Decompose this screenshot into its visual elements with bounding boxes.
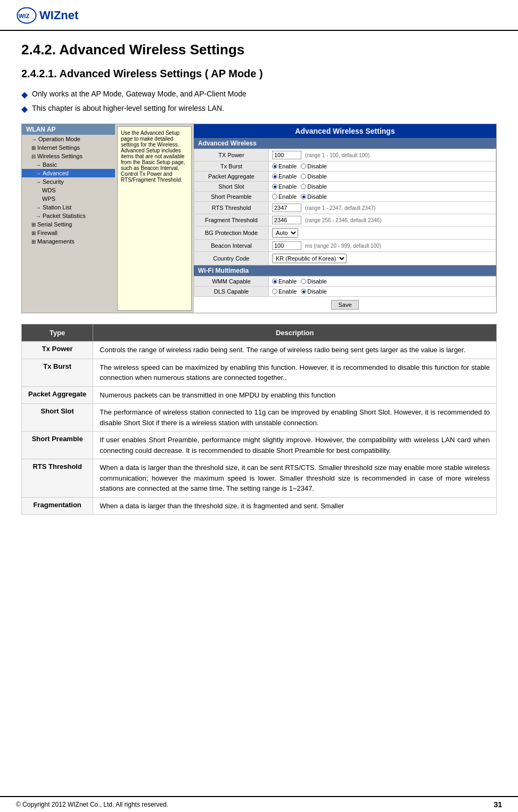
field-value: ms (range 20 - 999, default 100)	[269, 240, 496, 252]
rts-threshold-input[interactable]	[272, 204, 301, 212]
tooltip-text: Use the Advanced Setup page to make deta…	[121, 130, 185, 183]
tx-burst-enable[interactable]: Enable	[272, 163, 297, 169]
tx-power-hint: (range 1 - 100, default 100)	[305, 152, 369, 158]
sidebar-label: Security	[43, 178, 64, 185]
arrow-icon: →	[36, 213, 41, 219]
field-label: Tx Burst	[194, 161, 269, 172]
col-desc-header: Description	[93, 324, 497, 342]
field-label: Packet Aggregate	[194, 172, 269, 182]
sidebar-item-station-list[interactable]: → Station List	[22, 203, 115, 212]
sidebar-item-packet-stats[interactable]: → Packet Statistics	[22, 212, 115, 220]
dls-capable-radio-group: Enable Disable	[272, 288, 492, 295]
sidebar-item-internet-settings[interactable]: ⊞ Internet Settings	[22, 143, 115, 152]
packet-agg-enable[interactable]: Enable	[272, 173, 297, 180]
advanced-wireless-header: Advanced Wireless	[194, 138, 496, 149]
desc-cell: Controls the range of wireless radio bei…	[93, 342, 497, 359]
field-value: Enable Disable	[269, 277, 496, 287]
radio-checked-icon	[272, 174, 277, 179]
tx-burst-disable[interactable]: Disable	[301, 163, 327, 169]
field-value: Enable Disable	[269, 287, 496, 297]
sidebar-label: Wireless Settings	[37, 153, 83, 159]
sidebar-item-wps[interactable]: WPS	[22, 194, 115, 203]
sidebar-item-wds[interactable]: WDS	[22, 186, 115, 194]
desc-cell: If user enables Short Preamble, performa…	[93, 432, 497, 459]
wiznet-logo-icon: WIZ	[16, 5, 37, 26]
bullet-2: ◆ This chapter is about higher-level set…	[21, 104, 497, 114]
radio-checked-icon	[272, 184, 277, 189]
save-button[interactable]: Save	[331, 300, 358, 310]
beacon-interval-input[interactable]	[272, 241, 301, 250]
sidebar-item-operation-mode[interactable]: → Operation Mode	[22, 135, 115, 143]
tx-power-input[interactable]	[272, 151, 301, 159]
short-preamble-disable[interactable]: Disable	[301, 193, 327, 200]
svg-text:WIZ: WIZ	[19, 13, 30, 19]
packet-agg-radio-group: Enable Disable	[272, 173, 492, 180]
radio-unchecked-icon	[301, 164, 306, 169]
bullet-diamond-2: ◆	[21, 104, 28, 114]
section-title: 2.4.2. Advanced Wireless Settings	[21, 42, 497, 58]
table-row: TX Power (range 1 - 100, default 100)	[194, 149, 496, 161]
sidebar-label: Packet Statistics	[43, 213, 86, 219]
sidebar-item-advanced[interactable]: → Advanced	[22, 169, 115, 177]
field-value: (range 256 - 2346, default 2346)	[269, 214, 496, 226]
settings-table: TX Power (range 1 - 100, default 100) Tx…	[194, 149, 496, 265]
dls-disable[interactable]: Disable	[301, 288, 327, 295]
field-label: Country Code	[194, 252, 269, 265]
bullet-2-text: This chapter is about higher-level setti…	[32, 104, 224, 112]
table-row: Packet Aggregate Enable Disable	[194, 172, 496, 182]
bg-protection-select[interactable]: Auto	[272, 228, 298, 238]
table-row: Short Slot Enable Disable	[194, 182, 496, 192]
rts-threshold-hint: (range 1 - 2347, default 2347)	[305, 205, 375, 211]
radio-unchecked-icon	[272, 194, 277, 199]
sidebar-item-security[interactable]: → Security	[22, 177, 115, 186]
field-label: RTS Threshold	[194, 202, 269, 214]
short-preamble-enable[interactable]: Enable	[272, 193, 297, 200]
arrow-icon: →	[36, 170, 41, 176]
dls-enable[interactable]: Enable	[272, 288, 297, 295]
arrow-icon: →	[36, 205, 41, 210]
logo-text: WIZnet	[39, 9, 78, 22]
desc-cell: When a data is larger than the threshold…	[93, 497, 497, 515]
country-code-select[interactable]: KR (Republic of Korea)	[272, 254, 347, 263]
table-row: Short PreambleIf user enables Short Prea…	[22, 432, 497, 459]
sidebar-item-basic[interactable]: → Basic	[22, 160, 115, 169]
type-cell: Tx Burst	[22, 359, 93, 386]
plus-icon: ⊞	[31, 230, 36, 236]
main-content: 2.4.2. Advanced Wireless Settings 2.4.2.…	[0, 31, 518, 525]
sidebar-label: Basic	[43, 161, 57, 168]
sidebar-item-managements[interactable]: ⊞ Managements	[22, 237, 115, 246]
type-cell: Short Preamble	[22, 432, 93, 459]
table-row: Country Code KR (Republic of Korea)	[194, 252, 496, 265]
sidebar-label: Station List	[43, 204, 71, 210]
table-row: Fragment Threshold (range 256 - 2346, de…	[194, 214, 496, 226]
sidebar-item-wireless-settings[interactable]: ⊟ Wireless Settings	[22, 152, 115, 160]
table-row: Short SlotThe performance of wireless st…	[22, 404, 497, 432]
desc-cell: The performance of wireless station conn…	[93, 404, 497, 432]
sidebar-label: Internet Settings	[37, 144, 80, 151]
field-label: DLS Capable	[194, 287, 269, 297]
bullet-diamond-1: ◆	[21, 90, 28, 100]
packet-agg-disable[interactable]: Disable	[301, 173, 327, 180]
short-slot-enable[interactable]: Enable	[272, 183, 297, 190]
field-value: Enable Disable	[269, 172, 496, 182]
short-slot-disable[interactable]: Disable	[301, 183, 327, 190]
field-value: (range 1 - 2347, default 2347)	[269, 202, 496, 214]
beacon-interval-hint: ms (range 20 - 999, default 100)	[305, 243, 381, 249]
wmm-disable[interactable]: Disable	[301, 278, 327, 285]
plus-icon: ⊞	[31, 222, 36, 228]
page-header: WIZ WIZnet	[0, 0, 518, 31]
page-number: 31	[494, 800, 502, 809]
short-preamble-radio-group: Enable Disable	[272, 193, 492, 200]
minus-icon: ⊟	[31, 153, 36, 159]
table-row: Beacon Interval ms (range 20 - 999, defa…	[194, 240, 496, 252]
sidebar-item-serial-setting[interactable]: ⊞ Serial Setting	[22, 220, 115, 229]
field-label: Fragment Threshold	[194, 214, 269, 226]
wmm-enable[interactable]: Enable	[272, 278, 297, 285]
radio-unchecked-icon	[272, 289, 277, 294]
fragment-threshold-input[interactable]	[272, 216, 301, 224]
wifi-multimedia-header: Wi-Fi Multimedia	[194, 265, 496, 276]
table-row: Tx BurstThe wireless speed can be maximi…	[22, 359, 497, 386]
sidebar-item-firewall[interactable]: ⊞ Firewall	[22, 229, 115, 237]
sidebar-label: WPS	[36, 196, 55, 202]
radio-unchecked-icon	[301, 184, 306, 189]
